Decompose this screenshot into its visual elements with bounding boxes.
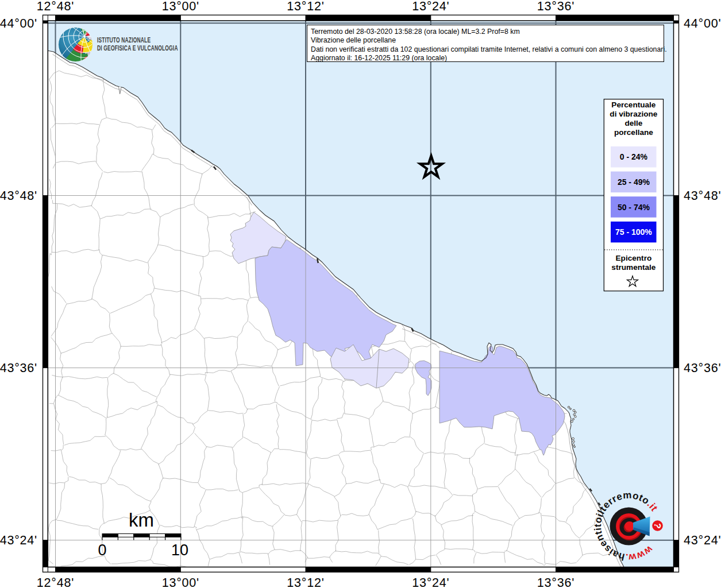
svg-text:50 - 74%: 50 - 74% <box>618 203 650 212</box>
svg-text:porcellane: porcellane <box>614 128 653 137</box>
svg-text:ISTITUTO NAZIONALE: ISTITUTO NAZIONALE <box>97 36 151 44</box>
svg-text:44°00': 44°00' <box>0 17 37 30</box>
svg-text:km: km <box>129 509 154 531</box>
svg-text:di vibrazione: di vibrazione <box>610 110 658 118</box>
svg-text:13°00': 13°00' <box>162 576 199 588</box>
svg-text:43°48': 43°48' <box>684 189 721 203</box>
svg-text:44°00': 44°00' <box>684 17 721 30</box>
svg-text:DI GEOFISICA E VULCANOLOGIA: DI GEOFISICA E VULCANOLOGIA <box>97 44 178 52</box>
svg-text:13°24': 13°24' <box>412 576 449 588</box>
svg-text:delle: delle <box>624 119 642 127</box>
svg-text:Vibrazione delle porcellane: Vibrazione delle porcellane <box>311 36 396 44</box>
svg-text:13°12': 13°12' <box>287 576 324 588</box>
svg-text:12°48': 12°48' <box>37 0 74 13</box>
svg-text:43°36': 43°36' <box>0 361 37 375</box>
svg-text:75 - 100%: 75 - 100% <box>615 227 652 237</box>
svg-text:43°36': 43°36' <box>684 361 721 375</box>
svg-text:Percentuale: Percentuale <box>611 100 656 109</box>
svg-text:Epicentro: Epicentro <box>616 254 652 262</box>
svg-text:10: 10 <box>171 541 188 559</box>
svg-text:43°24': 43°24' <box>684 533 721 547</box>
svg-text:13°36': 13°36' <box>537 576 575 588</box>
svg-text:43°24': 43°24' <box>0 533 37 547</box>
svg-text:Terremoto del 28-03-2020 13:58: Terremoto del 28-03-2020 13:58:28 (ora l… <box>311 28 520 36</box>
svg-text:0: 0 <box>98 541 106 559</box>
svg-text:strumentale: strumentale <box>611 263 656 272</box>
svg-text:13°24': 13°24' <box>412 0 449 13</box>
svg-text:13°36': 13°36' <box>537 0 575 13</box>
svg-text:13°12': 13°12' <box>287 0 324 13</box>
svg-text:Dati non verificati estratti d: Dati non verificati estratti da 102 ques… <box>311 45 667 53</box>
svg-text:13°00': 13°00' <box>162 0 199 13</box>
svg-text:12°48': 12°48' <box>37 576 74 588</box>
svg-text:0 - 24%: 0 - 24% <box>620 152 648 161</box>
svg-text:25 - 49%: 25 - 49% <box>618 177 650 187</box>
svg-text:43°48': 43°48' <box>0 189 37 203</box>
svg-text:Aggiornato il: 16-12-2025 11:2: Aggiornato il: 16-12-2025 11:29 (ora loc… <box>311 54 447 62</box>
